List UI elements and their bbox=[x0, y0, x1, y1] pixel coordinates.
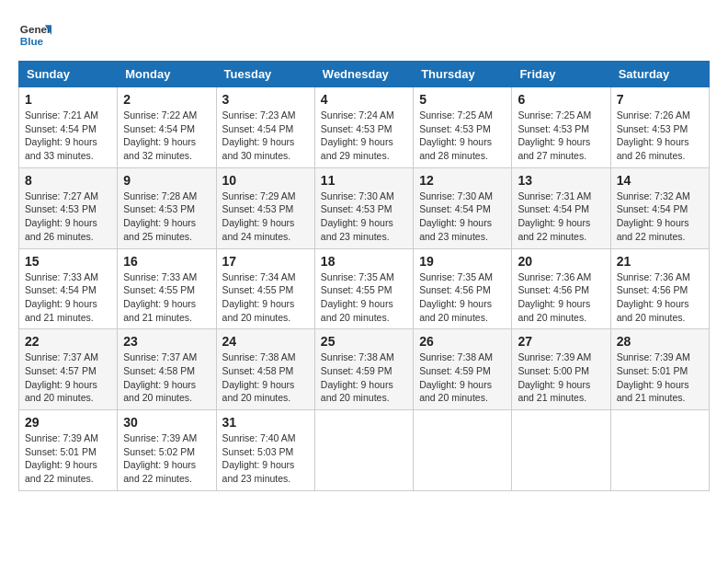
calendar-week-row: 22Sunrise: 7:37 AMSunset: 4:57 PMDayligh… bbox=[19, 329, 710, 410]
day-number: 13 bbox=[518, 173, 604, 188]
day-info: Sunrise: 7:39 AMSunset: 5:01 PMDaylight:… bbox=[25, 431, 111, 486]
day-number: 28 bbox=[617, 334, 703, 349]
calendar-day-cell: 11Sunrise: 7:30 AMSunset: 4:53 PMDayligh… bbox=[314, 167, 413, 248]
calendar-day-cell: 2Sunrise: 7:22 AMSunset: 4:54 PMDaylight… bbox=[118, 87, 216, 168]
day-number: 11 bbox=[321, 173, 407, 188]
day-info: Sunrise: 7:30 AMSunset: 4:54 PMDaylight:… bbox=[419, 190, 506, 244]
day-info: Sunrise: 7:32 AMSunset: 4:54 PMDaylight:… bbox=[617, 190, 703, 244]
day-info: Sunrise: 7:23 AMSunset: 4:54 PMDaylight:… bbox=[222, 109, 309, 163]
day-number: 10 bbox=[222, 173, 309, 188]
calendar-day-cell: 8Sunrise: 7:27 AMSunset: 4:53 PMDaylight… bbox=[19, 167, 118, 248]
day-number: 26 bbox=[419, 334, 506, 349]
day-number: 23 bbox=[123, 334, 210, 349]
day-number: 21 bbox=[617, 254, 703, 269]
day-info: Sunrise: 7:33 AMSunset: 4:54 PMDaylight:… bbox=[25, 270, 111, 325]
day-number: 15 bbox=[25, 254, 111, 269]
calendar-day-cell: 28Sunrise: 7:39 AMSunset: 5:01 PMDayligh… bbox=[610, 329, 709, 410]
calendar-col-header: Saturday bbox=[610, 62, 709, 87]
calendar-day-cell: 24Sunrise: 7:38 AMSunset: 4:58 PMDayligh… bbox=[216, 329, 314, 410]
calendar-day-cell: 13Sunrise: 7:31 AMSunset: 4:54 PMDayligh… bbox=[512, 167, 610, 248]
calendar-day-cell: 31Sunrise: 7:40 AMSunset: 5:03 PMDayligh… bbox=[216, 410, 314, 491]
day-info: Sunrise: 7:37 AMSunset: 4:57 PMDaylight:… bbox=[25, 350, 111, 405]
day-number: 16 bbox=[123, 254, 210, 269]
calendar-day-cell bbox=[610, 410, 709, 491]
day-number: 30 bbox=[123, 415, 210, 430]
day-info: Sunrise: 7:35 AMSunset: 4:55 PMDaylight:… bbox=[321, 270, 407, 325]
day-number: 24 bbox=[222, 334, 309, 349]
calendar-day-cell: 18Sunrise: 7:35 AMSunset: 4:55 PMDayligh… bbox=[314, 248, 413, 329]
calendar-day-cell: 9Sunrise: 7:28 AMSunset: 4:53 PMDaylight… bbox=[118, 167, 216, 248]
calendar-day-cell bbox=[414, 410, 512, 491]
calendar-day-cell: 15Sunrise: 7:33 AMSunset: 4:54 PMDayligh… bbox=[19, 248, 118, 329]
calendar-col-header: Friday bbox=[512, 62, 610, 87]
calendar-col-header: Monday bbox=[118, 62, 216, 87]
day-info: Sunrise: 7:38 AMSunset: 4:59 PMDaylight:… bbox=[419, 350, 506, 405]
logo: General Blue bbox=[18, 18, 51, 52]
day-number: 14 bbox=[617, 173, 703, 188]
day-info: Sunrise: 7:25 AMSunset: 4:53 PMDaylight:… bbox=[518, 109, 604, 163]
day-number: 27 bbox=[518, 334, 604, 349]
calendar-col-header: Tuesday bbox=[216, 62, 314, 87]
calendar-table: SundayMondayTuesdayWednesdayThursdayFrid… bbox=[18, 61, 710, 491]
svg-text:General: General bbox=[20, 23, 51, 35]
calendar-day-cell: 29Sunrise: 7:39 AMSunset: 5:01 PMDayligh… bbox=[19, 410, 118, 491]
page-header: General Blue bbox=[18, 18, 710, 52]
calendar-day-cell: 3Sunrise: 7:23 AMSunset: 4:54 PMDaylight… bbox=[216, 87, 314, 168]
calendar-day-cell: 5Sunrise: 7:25 AMSunset: 4:53 PMDaylight… bbox=[414, 87, 512, 168]
calendar-day-cell: 14Sunrise: 7:32 AMSunset: 4:54 PMDayligh… bbox=[610, 167, 709, 248]
day-number: 17 bbox=[222, 254, 309, 269]
day-number: 4 bbox=[321, 92, 407, 107]
day-number: 20 bbox=[518, 254, 604, 269]
day-number: 3 bbox=[222, 92, 309, 107]
day-info: Sunrise: 7:26 AMSunset: 4:53 PMDaylight:… bbox=[617, 109, 703, 163]
day-number: 6 bbox=[518, 92, 604, 107]
day-number: 22 bbox=[25, 334, 111, 349]
calendar-day-cell: 16Sunrise: 7:33 AMSunset: 4:55 PMDayligh… bbox=[118, 248, 216, 329]
calendar-day-cell: 20Sunrise: 7:36 AMSunset: 4:56 PMDayligh… bbox=[512, 248, 610, 329]
day-number: 19 bbox=[419, 254, 506, 269]
day-info: Sunrise: 7:39 AMSunset: 5:02 PMDaylight:… bbox=[123, 431, 210, 486]
day-number: 5 bbox=[419, 92, 506, 107]
day-info: Sunrise: 7:39 AMSunset: 5:00 PMDaylight:… bbox=[518, 350, 604, 405]
day-number: 8 bbox=[25, 173, 111, 188]
calendar-day-cell bbox=[512, 410, 610, 491]
day-number: 2 bbox=[123, 92, 210, 107]
day-number: 7 bbox=[617, 92, 703, 107]
day-info: Sunrise: 7:30 AMSunset: 4:53 PMDaylight:… bbox=[321, 190, 407, 244]
calendar-day-cell bbox=[314, 410, 413, 491]
calendar-week-row: 8Sunrise: 7:27 AMSunset: 4:53 PMDaylight… bbox=[19, 167, 710, 248]
logo-icon: General Blue bbox=[18, 18, 51, 52]
calendar-day-cell: 25Sunrise: 7:38 AMSunset: 4:59 PMDayligh… bbox=[314, 329, 413, 410]
day-info: Sunrise: 7:37 AMSunset: 4:58 PMDaylight:… bbox=[123, 350, 210, 405]
calendar-day-cell: 27Sunrise: 7:39 AMSunset: 5:00 PMDayligh… bbox=[512, 329, 610, 410]
day-info: Sunrise: 7:35 AMSunset: 4:56 PMDaylight:… bbox=[419, 270, 506, 325]
calendar-week-row: 29Sunrise: 7:39 AMSunset: 5:01 PMDayligh… bbox=[19, 410, 710, 491]
calendar-header-row: SundayMondayTuesdayWednesdayThursdayFrid… bbox=[19, 62, 710, 87]
day-number: 29 bbox=[25, 415, 111, 430]
day-info: Sunrise: 7:28 AMSunset: 4:53 PMDaylight:… bbox=[123, 190, 210, 244]
day-info: Sunrise: 7:24 AMSunset: 4:53 PMDaylight:… bbox=[321, 109, 407, 163]
day-number: 9 bbox=[123, 173, 210, 188]
calendar-day-cell: 10Sunrise: 7:29 AMSunset: 4:53 PMDayligh… bbox=[216, 167, 314, 248]
calendar-day-cell: 6Sunrise: 7:25 AMSunset: 4:53 PMDaylight… bbox=[512, 87, 610, 168]
calendar-day-cell: 1Sunrise: 7:21 AMSunset: 4:54 PMDaylight… bbox=[19, 87, 118, 168]
day-info: Sunrise: 7:36 AMSunset: 4:56 PMDaylight:… bbox=[617, 270, 703, 325]
day-info: Sunrise: 7:34 AMSunset: 4:55 PMDaylight:… bbox=[222, 270, 309, 325]
calendar-week-row: 1Sunrise: 7:21 AMSunset: 4:54 PMDaylight… bbox=[19, 87, 710, 168]
svg-text:Blue: Blue bbox=[20, 35, 44, 47]
calendar-col-header: Thursday bbox=[414, 62, 512, 87]
day-info: Sunrise: 7:38 AMSunset: 4:59 PMDaylight:… bbox=[321, 350, 407, 405]
calendar-body: 1Sunrise: 7:21 AMSunset: 4:54 PMDaylight… bbox=[19, 87, 710, 491]
calendar-day-cell: 30Sunrise: 7:39 AMSunset: 5:02 PMDayligh… bbox=[118, 410, 216, 491]
day-number: 18 bbox=[321, 254, 407, 269]
calendar-day-cell: 7Sunrise: 7:26 AMSunset: 4:53 PMDaylight… bbox=[610, 87, 709, 168]
calendar-day-cell: 4Sunrise: 7:24 AMSunset: 4:53 PMDaylight… bbox=[314, 87, 413, 168]
day-info: Sunrise: 7:21 AMSunset: 4:54 PMDaylight:… bbox=[25, 109, 111, 163]
calendar-week-row: 15Sunrise: 7:33 AMSunset: 4:54 PMDayligh… bbox=[19, 248, 710, 329]
day-number: 12 bbox=[419, 173, 506, 188]
day-info: Sunrise: 7:39 AMSunset: 5:01 PMDaylight:… bbox=[617, 350, 703, 405]
day-info: Sunrise: 7:31 AMSunset: 4:54 PMDaylight:… bbox=[518, 190, 604, 244]
day-number: 1 bbox=[25, 92, 111, 107]
calendar-day-cell: 17Sunrise: 7:34 AMSunset: 4:55 PMDayligh… bbox=[216, 248, 314, 329]
calendar-col-header: Sunday bbox=[19, 62, 118, 87]
